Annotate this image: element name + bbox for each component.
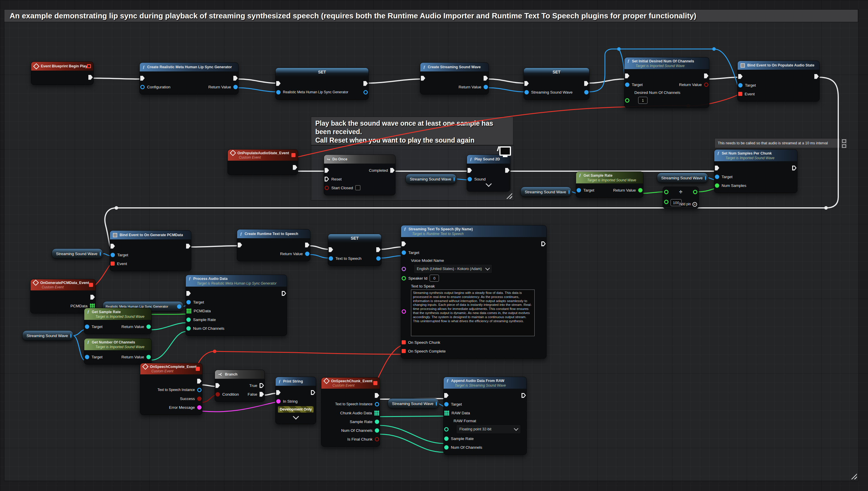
delegate-reroute-dot[interactable] bbox=[213, 350, 217, 353]
true-pin[interactable] bbox=[259, 383, 264, 388]
variable-out-pin[interactable] bbox=[568, 190, 570, 194]
sound-pin[interactable] bbox=[468, 177, 472, 181]
text-to-speech-instance-pin[interactable] bbox=[375, 402, 379, 406]
sample-rate-pin[interactable] bbox=[444, 436, 449, 441]
variable-pill-streaming-sound-wave[interactable]: Streaming Sound Wave bbox=[22, 330, 74, 341]
raw-format-pin[interactable] bbox=[444, 427, 449, 432]
target-pin[interactable] bbox=[85, 355, 89, 359]
node-append-audio-data-from-raw[interactable]: ƒ Append Audio Data From RAW Target is S… bbox=[443, 377, 527, 455]
return-value-pin[interactable] bbox=[483, 85, 488, 89]
completed-pin[interactable] bbox=[390, 168, 395, 173]
false-pin[interactable] bbox=[259, 392, 264, 397]
exec-in-pin[interactable] bbox=[329, 247, 333, 252]
node-streaming-text-to-speech[interactable]: ƒ Streaming Text To Speech (By Name) Tar… bbox=[401, 225, 547, 358]
delegate-pin[interactable] bbox=[196, 367, 200, 371]
exec-in-pin[interactable] bbox=[738, 74, 743, 79]
node-print-string[interactable]: ƒ Print String In String Development Onl… bbox=[275, 377, 316, 424]
on-speech-complete-pin[interactable] bbox=[402, 349, 406, 353]
raw-data-pin[interactable] bbox=[444, 410, 449, 415]
variable-pill-streaming-sound-wave[interactable]: Streaming Sound Wave bbox=[405, 174, 457, 184]
node-bind-event-populate-audio-state[interactable]: Bind Event to On Populate Audio State Ta… bbox=[737, 61, 819, 102]
event-pin[interactable] bbox=[111, 262, 115, 266]
voice-model-dropdown[interactable]: English (United States) - Kokoro (Adam) bbox=[414, 264, 492, 273]
num-samples-pin[interactable] bbox=[715, 183, 719, 188]
exec-out-pin[interactable] bbox=[505, 168, 509, 173]
node-set-initial-desired-num-channels[interactable]: ƒ Set Initial Desired Num Of Channels Ta… bbox=[624, 57, 709, 108]
return-value-pin[interactable] bbox=[638, 188, 643, 193]
target-pin[interactable] bbox=[444, 402, 449, 406]
node-play-sound-2d[interactable]: ƒ Play Sound 2D Sound bbox=[467, 154, 510, 192]
exec-in-pin[interactable] bbox=[276, 390, 281, 395]
in-string-pin[interactable] bbox=[276, 399, 281, 404]
exec-out-pin[interactable] bbox=[704, 74, 708, 79]
node-create-lip-sync-generator[interactable]: ƒ Create Realistic Meta Human Lip Sync G… bbox=[139, 62, 239, 94]
raw-format-dropdown[interactable]: Floating point 32-bit bbox=[456, 425, 521, 434]
exec-in-pin[interactable] bbox=[402, 241, 406, 247]
exec-in-pin[interactable] bbox=[444, 393, 449, 398]
variable-out-pin[interactable] bbox=[100, 252, 101, 256]
num-of-channels-pin[interactable] bbox=[375, 428, 379, 433]
variable-pill-streaming-sound-wave[interactable]: Streaming Sound Wave bbox=[657, 173, 708, 183]
delegate-pin[interactable] bbox=[291, 153, 296, 157]
return-value-pin[interactable] bbox=[305, 252, 309, 256]
target-pin[interactable] bbox=[625, 83, 629, 87]
pcmdata-pin[interactable] bbox=[186, 309, 191, 313]
text-to-speech-instance-pin[interactable] bbox=[197, 388, 201, 392]
configuration-pin[interactable] bbox=[140, 85, 145, 89]
exec-reroute-dot[interactable] bbox=[115, 206, 118, 210]
node-set-streaming-sound-wave[interactable]: SET Streaming Sound Wave bbox=[524, 68, 589, 100]
variable-out-pin[interactable] bbox=[705, 176, 706, 180]
target-pin[interactable] bbox=[111, 253, 115, 257]
exec-out-pin[interactable] bbox=[197, 379, 201, 384]
node-get-sample-rate[interactable]: ƒ Get Sample Rate Target is Imported Sou… bbox=[576, 171, 643, 198]
variable-out-pin[interactable] bbox=[363, 90, 368, 94]
exec-reroute-dot[interactable] bbox=[824, 206, 828, 210]
variable-pill-streaming-sound-wave[interactable]: Streaming Sound Wave bbox=[388, 398, 439, 409]
desired-num-channels-pin[interactable] bbox=[625, 98, 629, 103]
on-speech-chunk-pin[interactable] bbox=[402, 340, 406, 344]
node-on-speech-chunk-event[interactable]: OnSpeechChunk_Event Custom Event Text to… bbox=[321, 377, 380, 447]
variable-in-pin[interactable] bbox=[329, 256, 333, 261]
exec-out-pin[interactable] bbox=[186, 244, 191, 249]
return-value-pin[interactable] bbox=[146, 355, 151, 359]
expand-chevron-icon[interactable] bbox=[292, 413, 299, 420]
exec-in-pin[interactable] bbox=[216, 383, 220, 388]
exec-in-pin[interactable] bbox=[468, 168, 472, 173]
event-pin[interactable] bbox=[738, 92, 742, 96]
num-of-channels-pin[interactable] bbox=[444, 445, 449, 450]
exec-in-pin[interactable] bbox=[715, 166, 719, 171]
start-closed-pin[interactable] bbox=[325, 186, 329, 190]
variable-pill-streaming-sound-wave[interactable]: Streaming Sound Wave bbox=[520, 186, 572, 197]
exec-in-pin[interactable] bbox=[325, 168, 329, 173]
exec-in-pin[interactable] bbox=[525, 81, 529, 86]
variable-out-pin[interactable] bbox=[70, 334, 72, 338]
node-get-sample-rate[interactable]: ƒ Get Sample Rate Target is Imported Sou… bbox=[84, 308, 152, 334]
exec-out-pin[interactable] bbox=[282, 291, 286, 296]
variable-pill-streaming-sound-wave[interactable]: Streaming Sound Wave bbox=[52, 249, 103, 259]
node-divide[interactable]: ÷ 100 Add pin + bbox=[663, 186, 699, 209]
target-pin[interactable] bbox=[577, 188, 581, 193]
delegate-pin[interactable] bbox=[373, 381, 377, 385]
node-on-speech-complete-event[interactable]: OnSpeechComplete_Event Custom Event Text… bbox=[140, 363, 202, 415]
speaker-id-pin[interactable] bbox=[402, 276, 406, 281]
target-pin[interactable] bbox=[186, 300, 191, 305]
return-value-pin[interactable] bbox=[233, 85, 238, 89]
return-value-pin[interactable] bbox=[704, 83, 708, 87]
exec-out-pin[interactable] bbox=[305, 242, 309, 248]
start-closed-checkbox[interactable] bbox=[355, 185, 361, 191]
target-pin[interactable] bbox=[402, 251, 406, 255]
exec-out-pin[interactable] bbox=[88, 75, 93, 80]
node-branch[interactable]: Branch True Condition False bbox=[215, 370, 265, 402]
exec-out-pin[interactable] bbox=[90, 295, 95, 300]
text-to-speak-pin[interactable] bbox=[402, 309, 406, 314]
num-of-channels-pin[interactable] bbox=[186, 326, 191, 330]
exec-in-pin[interactable] bbox=[186, 291, 191, 296]
text-to-speak-input[interactable]: Streaming synthesis output begins with a… bbox=[411, 290, 535, 336]
exec-out-pin[interactable] bbox=[233, 76, 238, 81]
exec-out-pin[interactable] bbox=[483, 76, 488, 81]
node-bind-event-generate-pcmdata[interactable]: Bind Event to On Generate PCMData Target… bbox=[110, 230, 191, 271]
divide-input-a-pin[interactable] bbox=[664, 190, 669, 194]
variable-in-pin[interactable] bbox=[276, 90, 281, 94]
variable-out-pin[interactable] bbox=[177, 305, 181, 309]
variable-out-pin[interactable] bbox=[376, 256, 381, 261]
